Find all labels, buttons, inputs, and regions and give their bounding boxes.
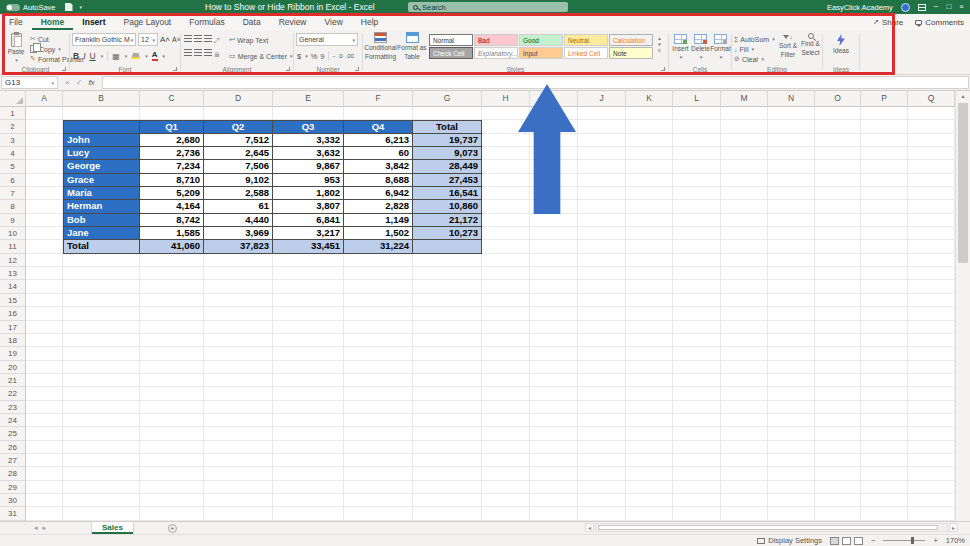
row-header-16[interactable]: 16: [0, 307, 26, 320]
scroll-up-icon[interactable]: ▴: [956, 91, 970, 101]
cell-C17[interactable]: [140, 321, 204, 334]
cell-Q4[interactable]: [908, 147, 955, 160]
cell-K6[interactable]: [626, 174, 673, 187]
cell-Q9[interactable]: [908, 214, 955, 227]
cell-F1[interactable]: [344, 107, 413, 120]
cell-D31[interactable]: [204, 507, 273, 520]
cell-style-normal[interactable]: Normal: [429, 34, 473, 46]
row-header-24[interactable]: 24: [0, 414, 26, 427]
cell-F25[interactable]: [344, 427, 413, 440]
row-header-20[interactable]: 20: [0, 361, 26, 374]
cell-O5[interactable]: [815, 160, 861, 173]
cell-H29[interactable]: [482, 481, 530, 494]
cell-M20[interactable]: [721, 361, 768, 374]
cell-N16[interactable]: [768, 307, 815, 320]
cell-C12[interactable]: [140, 254, 204, 267]
cell-C6[interactable]: 8,710: [140, 174, 204, 187]
cell-Q22[interactable]: [908, 387, 955, 400]
cell-P4[interactable]: [861, 147, 908, 160]
fill-button[interactable]: ↓Fill▾: [734, 44, 776, 54]
cell-G9[interactable]: 21,172: [413, 214, 482, 227]
align-right-icon[interactable]: [204, 49, 212, 56]
share-button[interactable]: ↗ Share: [873, 18, 903, 27]
cell-D9[interactable]: 4,440: [204, 214, 273, 227]
cell-G26[interactable]: [413, 441, 482, 454]
cell-K24[interactable]: [626, 414, 673, 427]
conditional-formatting-button[interactable]: Conditional Formatting: [365, 32, 396, 61]
cell-Q6[interactable]: [908, 174, 955, 187]
cell-C13[interactable]: [140, 267, 204, 280]
cell-E10[interactable]: 3,217: [273, 227, 344, 240]
cell-G11[interactable]: [413, 240, 482, 253]
column-header-K[interactable]: K: [626, 91, 673, 107]
cell-B14[interactable]: [63, 280, 140, 293]
cell-B22[interactable]: [63, 387, 140, 400]
clear-button[interactable]: ⊘Clear▾: [734, 54, 776, 64]
cell-A8[interactable]: [26, 200, 63, 213]
cell-O24[interactable]: [815, 414, 861, 427]
cell-Q30[interactable]: [908, 494, 955, 507]
cell-G19[interactable]: [413, 347, 482, 360]
cell-L8[interactable]: [673, 200, 721, 213]
cell-N4[interactable]: [768, 147, 815, 160]
cell-N31[interactable]: [768, 507, 815, 520]
cell-A9[interactable]: [26, 214, 63, 227]
cell-M4[interactable]: [721, 147, 768, 160]
cell-B12[interactable]: [63, 254, 140, 267]
cell-E12[interactable]: [273, 254, 344, 267]
cell-A14[interactable]: [26, 280, 63, 293]
cell-O2[interactable]: [815, 120, 861, 133]
cell-E30[interactable]: [273, 494, 344, 507]
cell-L9[interactable]: [673, 214, 721, 227]
insert-cells-button[interactable]: Insert▾: [671, 34, 690, 60]
cell-J2[interactable]: [578, 120, 626, 133]
cell-J29[interactable]: [578, 481, 626, 494]
cell-K15[interactable]: [626, 294, 673, 307]
cell-P31[interactable]: [861, 507, 908, 520]
cell-B1[interactable]: [63, 107, 140, 120]
find-select-button[interactable]: Find & Select: [800, 33, 821, 57]
cell-Q31[interactable]: [908, 507, 955, 520]
cell-P27[interactable]: [861, 454, 908, 467]
cell-G7[interactable]: 16,541: [413, 187, 482, 200]
font-color-button[interactable]: A: [152, 51, 158, 61]
cell-N13[interactable]: [768, 267, 815, 280]
row-header-1[interactable]: 1: [0, 107, 26, 120]
cell-K5[interactable]: [626, 160, 673, 173]
cell-C27[interactable]: [140, 454, 204, 467]
cell-N12[interactable]: [768, 254, 815, 267]
cell-M13[interactable]: [721, 267, 768, 280]
cell-P16[interactable]: [861, 307, 908, 320]
cell-C8[interactable]: 4,164: [140, 200, 204, 213]
cell-L22[interactable]: [673, 387, 721, 400]
cell-L10[interactable]: [673, 227, 721, 240]
cell-J8[interactable]: [578, 200, 626, 213]
cell-Q24[interactable]: [908, 414, 955, 427]
align-center-icon[interactable]: [194, 49, 202, 56]
number-format-select[interactable]: General▾: [296, 33, 358, 46]
cell-N24[interactable]: [768, 414, 815, 427]
cell-P30[interactable]: [861, 494, 908, 507]
cell-K9[interactable]: [626, 214, 673, 227]
cell-Q19[interactable]: [908, 347, 955, 360]
cell-style-check-cell[interactable]: Check Cell: [429, 47, 473, 59]
wrap-text-button[interactable]: ↩Wrap Text: [229, 35, 293, 45]
cell-C7[interactable]: 5,209: [140, 187, 204, 200]
cell-E19[interactable]: [273, 347, 344, 360]
cell-P14[interactable]: [861, 280, 908, 293]
cell-C26[interactable]: [140, 441, 204, 454]
cell-D21[interactable]: [204, 374, 273, 387]
accounting-format-button[interactable]: $: [297, 52, 301, 61]
cell-L13[interactable]: [673, 267, 721, 280]
cell-I30[interactable]: [530, 494, 578, 507]
column-header-Q[interactable]: Q: [908, 91, 955, 107]
cell-M5[interactable]: [721, 160, 768, 173]
cell-M30[interactable]: [721, 494, 768, 507]
sheet-nav-icons[interactable]: ◂▸: [34, 524, 51, 532]
cell-style-explanatory[interactable]: Explanatory...: [474, 47, 518, 59]
scroll-left-icon[interactable]: ◂: [585, 523, 594, 532]
cell-K26[interactable]: [626, 441, 673, 454]
cell-I29[interactable]: [530, 481, 578, 494]
cell-B31[interactable]: [63, 507, 140, 520]
cell-L20[interactable]: [673, 361, 721, 374]
